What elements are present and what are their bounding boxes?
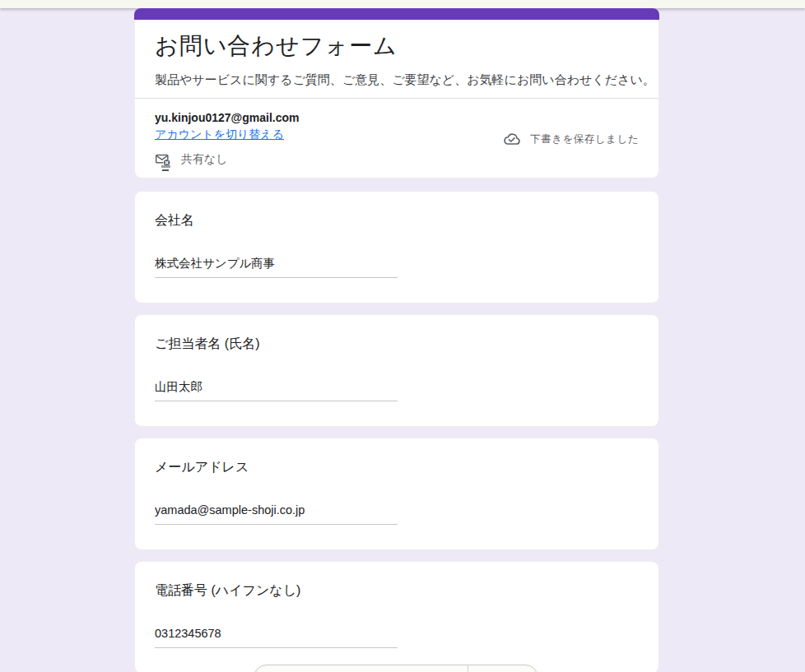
question-card-contact-name: ご担当者名 (氏名) <box>134 314 659 427</box>
share-status-row: 共有なし <box>155 151 639 168</box>
account-email: yu.kinjou0127@gmail.com <box>155 111 639 124</box>
clipped-fragment <box>162 169 169 171</box>
switch-account-link[interactable]: アカウントを切り替える <box>155 127 284 142</box>
toolbar-divider <box>468 665 468 672</box>
question-card-phone: 電話番号 (ハイフンなし) <box>134 561 659 672</box>
page-background: お問い合わせフォーム 製品やサービスに関するご質問、ご意見、ご要望など、お気軽に… <box>0 0 805 672</box>
top-bar <box>0 0 805 8</box>
draft-status-row: 下書きを保存しました <box>502 130 639 148</box>
form-header-card: お問い合わせフォーム 製品やサービスに関するご質問、ご意見、ご要望など、お気軽に… <box>134 8 659 178</box>
title-section: お問い合わせフォーム 製品やサービスに関するご質問、ご意見、ご要望など、お気軽に… <box>135 20 658 98</box>
question-card-company: 会社名 <box>134 191 659 304</box>
company-name-input[interactable] <box>155 257 398 278</box>
account-section: yu.kinjou0127@gmail.com アカウントを切り替える 共有なし <box>135 98 658 177</box>
contact-name-input[interactable] <box>155 380 398 401</box>
email-input[interactable] <box>155 503 398 525</box>
draft-status-text: 下書きを保存しました <box>530 132 639 146</box>
form-description: 製品やサービスに関するご質問、ご意見、ご要望など、お気軽にお問い合わせください。 <box>155 72 639 87</box>
question-label: メールアドレス <box>155 459 249 475</box>
question-label: 電話番号 (ハイフンなし) <box>155 582 300 599</box>
share-status: 共有なし <box>181 152 228 167</box>
question-label: 会社名 <box>155 212 194 229</box>
floating-toolbar[interactable] <box>254 665 538 672</box>
question-card-email: メールアドレス <box>134 438 659 550</box>
cloud-done-icon <box>502 130 521 148</box>
theme-accent-bar <box>134 8 659 20</box>
clipped-fragment <box>161 165 170 168</box>
question-label: ご担当者名 (氏名) <box>155 336 259 352</box>
form-title: お問い合わせフォーム <box>155 33 639 59</box>
phone-input[interactable] <box>155 627 398 648</box>
